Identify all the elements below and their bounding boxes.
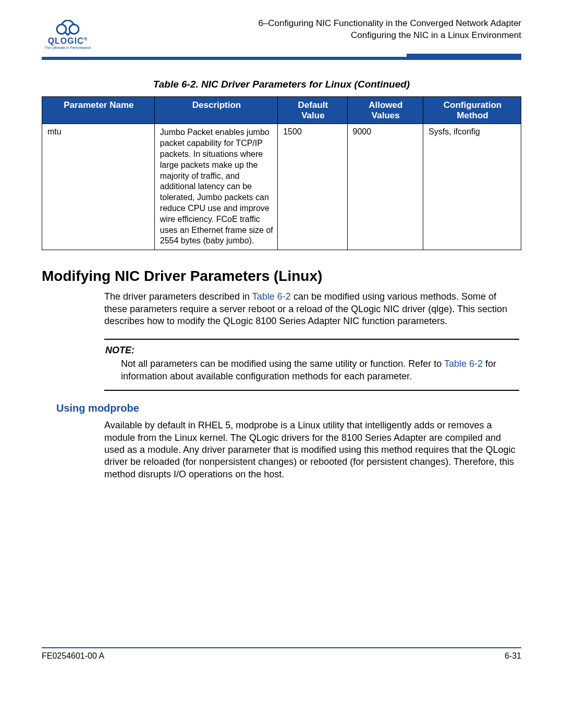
subsection-paragraph: Available by default in RHEL 5, modprobe… [104, 419, 519, 480]
table-caption: Table 6-2. NIC Driver Parameters for Lin… [42, 79, 521, 90]
section-paragraph: The driver parameters described in Table… [104, 291, 519, 327]
cell-desc: Jumbo Packet enables jumbo packet capabi… [154, 124, 277, 250]
cell-allowed: 9000 [347, 124, 423, 250]
header-rule [42, 57, 521, 60]
note-body: Not all parameters can be modified using… [121, 358, 518, 382]
svg-point-0 [57, 24, 66, 34]
col-header-default: DefaultValue [278, 97, 347, 124]
table-header-row: Parameter Name Description DefaultValue … [42, 97, 521, 124]
page-number: 6-31 [505, 651, 521, 661]
logo-text: QLOGIC® [42, 36, 94, 46]
table-row: mtu Jumbo Packet enables jumbo packet ca… [42, 124, 521, 250]
cell-param: mtu [42, 124, 155, 250]
qlogic-logo-icon [54, 20, 82, 35]
footer-rule [42, 647, 521, 648]
cell-config: Sysfs, ifconfig [423, 124, 521, 250]
page-header-text: 6–Configuring NIC Functionality in the C… [258, 18, 521, 42]
note-label: NOTE: [105, 345, 518, 356]
col-header-allowed: AllowedValues [347, 97, 423, 124]
col-header-param: Parameter Name [42, 97, 155, 124]
logo-tagline: The Ultimate in Performance [42, 46, 94, 50]
note-box: NOTE: Not all parameters can be modified… [104, 339, 519, 391]
page-footer: FE0254601-00 A 6-31 [42, 651, 521, 661]
section-heading: Modifying NIC Driver Parameters (Linux) [42, 268, 521, 285]
table-6-2-link[interactable]: Table 6-2 [444, 359, 483, 369]
table-6-2-link[interactable]: Table 6-2 [252, 291, 291, 302]
svg-point-1 [69, 24, 79, 34]
page-header: QLOGIC® The Ultimate in Performance 6–Co… [42, 18, 521, 50]
header-chapter: 6–Configuring NIC Functionality in the C… [258, 18, 521, 30]
doc-number: FE0254601-00 A [42, 651, 104, 661]
col-header-config: ConfigurationMethod [423, 97, 521, 124]
subsection-heading: Using modprobe [56, 402, 521, 414]
header-section: Configuring the NIC in a Linux Environme… [258, 30, 521, 42]
logo-block: QLOGIC® The Ultimate in Performance [42, 18, 94, 50]
col-header-desc: Description [154, 97, 277, 124]
nic-params-table: Parameter Name Description DefaultValue … [42, 96, 521, 250]
cell-default: 1500 [278, 124, 347, 250]
